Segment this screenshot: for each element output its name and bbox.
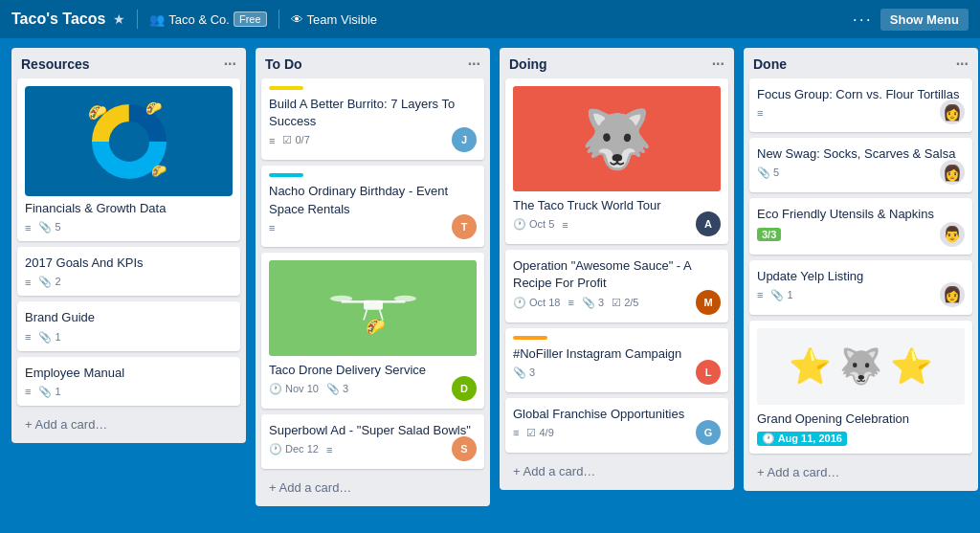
column-header-done: Done ··· — [744, 48, 978, 78]
avatar-franchise: G — [696, 420, 721, 445]
card-title-yelp: Update Yelp Listing — [757, 268, 965, 285]
card-brand[interactable]: Brand Guide ≡ 📎 1 — [17, 301, 240, 350]
financials-image: 🌮 🌮 🌮 — [25, 86, 233, 196]
column-done: Done ··· Focus Group: Corn vs. Flour Tor… — [744, 48, 978, 491]
check-sauce: ☑ 2/5 — [612, 297, 638, 309]
card-meta-drone: 🕐 Nov 10 📎 3 — [269, 383, 477, 395]
card-franchise[interactable]: Global Franchise Opportunities ≡ ☑ 4/9 G — [505, 398, 728, 453]
column-menu-done[interactable]: ··· — [956, 56, 969, 73]
lines-icon2: ≡ — [25, 277, 31, 288]
card-meta-franchise: ≡ ☑ 4/9 — [513, 427, 721, 439]
free-badge: Free — [234, 11, 267, 27]
badge-eco: 3/3 — [757, 228, 781, 241]
avatar-superbowl: S — [452, 436, 477, 461]
card-awesome-sauce[interactable]: Operation "Awesome Sauce" - A Recipe For… — [505, 250, 728, 322]
card-burrito[interactable]: Build A Better Burrito: 7 Layers To Succ… — [261, 78, 484, 160]
avatar-drone: D — [452, 376, 477, 401]
card-grand-opening[interactable]: ⭐ 🐺 ⭐ Grand Opening Celebration 🕐 Aug 11… — [749, 321, 972, 454]
column-body-done: Focus Group: Corn vs. Flour Tortillas ≡ … — [744, 78, 978, 491]
svg-point-3 — [110, 122, 148, 161]
card-title-drone: Taco Drone Delivery Service — [269, 362, 477, 379]
column-header-todo: To Do ··· — [256, 48, 490, 78]
column-resources: Resources ··· 🌮 🌮 🌮 — [11, 48, 246, 443]
column-header-resources: Resources ··· — [11, 48, 246, 78]
svg-point-10 — [330, 295, 352, 301]
star-icon[interactable]: ★ — [113, 11, 125, 27]
lines-icon3: ≡ — [25, 331, 31, 343]
avatar-eco: 👨 — [940, 222, 965, 247]
lines-icon4: ≡ — [25, 386, 31, 397]
card-meta-brand: ≡ 📎 1 — [25, 331, 233, 344]
lines-icon: ≡ — [25, 222, 31, 233]
board-title[interactable]: Taco's Tacos — [11, 11, 105, 28]
lines-sauce: ≡ — [568, 297, 573, 308]
card-new-swag[interactable]: New Swag: Socks, Scarves & Salsa 📎 5 👩 — [749, 138, 972, 192]
card-financials[interactable]: 🌮 🌮 🌮 Financials & Growth Data ≡ 📎 5 — [17, 78, 240, 241]
check-franchise: ☑ 4/9 — [526, 427, 553, 439]
card-title-focus-group: Focus Group: Corn vs. Flour Tortillas — [757, 86, 965, 103]
card-meta-employee: ≡ 📎 1 — [25, 386, 233, 398]
more-dots[interactable]: ··· — [853, 10, 873, 30]
avatar-sauce: M — [696, 290, 721, 315]
lines-focus: ≡ — [757, 107, 763, 119]
column-menu-todo[interactable]: ··· — [468, 56, 480, 73]
card-meta-focus-group: ≡ — [757, 107, 965, 119]
card-meta-goals: ≡ 📎 2 — [25, 276, 233, 288]
card-meta-yelp: ≡ 📎 1 — [757, 289, 965, 301]
column-menu-doing[interactable]: ··· — [712, 56, 724, 73]
label-orange — [513, 336, 547, 340]
card-eco[interactable]: Eco Friendly Utensils & Napkins 3/3 👨 — [749, 198, 972, 254]
header-divider2 — [278, 10, 279, 29]
card-nacho[interactable]: Nacho Ordinary Birthday - Event Space Re… — [261, 166, 484, 246]
card-title-awesome-sauce: Operation "Awesome Sauce" - A Recipe For… — [513, 257, 721, 292]
org-icon: 👥 — [149, 12, 165, 27]
card-title-franchise: Global Franchise Opportunities — [513, 406, 721, 423]
card-meta-eco: 3/3 — [757, 228, 965, 241]
card-goals[interactable]: 2017 Goals And KPIs ≡ 📎 2 — [17, 247, 240, 296]
card-meta-grand-opening: 🕐 Aug 11, 2016 — [757, 432, 965, 446]
attach-yelp: 📎 1 — [770, 289, 792, 301]
card-meta-new-swag: 📎 5 — [757, 167, 965, 179]
card-meta-instagram: 📎 3 — [513, 366, 721, 379]
card-taco-truck[interactable]: 🐺 The Taco Truck World Tour 🕐 Oct 5 ≡ A — [505, 78, 728, 244]
add-card-todo[interactable]: + Add a card… — [261, 475, 484, 500]
attachment-count-brand: 📎 1 — [38, 331, 60, 344]
drone-image: 🌮 — [269, 260, 477, 356]
card-yelp[interactable]: Update Yelp Listing ≡ 📎 1 👩 — [749, 260, 972, 315]
card-title-eco: Eco Friendly Utensils & Napkins — [757, 206, 965, 223]
add-card-done[interactable]: + Add a card… — [749, 459, 972, 485]
card-title-employee: Employee Manual — [25, 365, 233, 382]
column-menu-resources[interactable]: ··· — [224, 56, 236, 73]
add-card-resources[interactable]: + Add a card… — [17, 411, 240, 437]
show-menu-button[interactable]: Show Menu — [880, 9, 969, 31]
clock-superbowl: 🕐 Dec 12 — [269, 443, 319, 455]
card-drone[interactable]: 🌮 Taco Drone Delivery Service 🕐 Nov 10 📎… — [261, 253, 484, 409]
card-meta-taco-truck: 🕐 Oct 5 ≡ — [513, 218, 721, 231]
column-doing: Doing ··· 🐺 The Taco Truck World Tour 🕐 … — [500, 48, 734, 490]
card-employee[interactable]: Employee Manual ≡ 📎 1 — [17, 357, 240, 406]
org-switcher[interactable]: 👥 Taco & Co. Free — [149, 11, 266, 27]
card-meta-financials: ≡ 📎 5 — [25, 221, 233, 233]
attachment-count-financials: 📎 5 — [38, 221, 60, 233]
column-body-todo: Build A Better Burrito: 7 Layers To Succ… — [256, 78, 490, 506]
card-meta-awesome-sauce: 🕐 Oct 18 ≡ 📎 3 ☑ 2/5 — [513, 297, 721, 309]
team-visibility[interactable]: 👁 Team Visible — [291, 12, 377, 27]
clock-taco-truck: 🕐 Oct 5 — [513, 218, 554, 231]
lines-icon-burrito: ≡ — [269, 135, 275, 146]
card-title-grand-opening: Grand Opening Celebration — [757, 411, 965, 428]
attach-swag: 📎 5 — [757, 167, 779, 179]
card-title-superbowl: Superbowl Ad - "Super Salad Bowls" — [269, 422, 477, 439]
taco-truck-image: 🐺 — [513, 86, 721, 191]
card-title-financials: Financials & Growth Data — [25, 200, 233, 217]
avatar-instagram: L — [696, 360, 721, 385]
svg-text:🌮: 🌮 — [151, 163, 167, 179]
card-superbowl[interactable]: Superbowl Ad - "Super Salad Bowls" 🕐 Dec… — [261, 414, 484, 469]
card-instagram[interactable]: #NoFiller Instagram Campaign 📎 3 L — [505, 328, 728, 392]
attachment-count-employee: 📎 1 — [38, 386, 60, 398]
attach-instagram: 📎 3 — [513, 366, 535, 379]
avatar-new-swag: 👩 — [940, 160, 965, 185]
card-focus-group[interactable]: Focus Group: Corn vs. Flour Tortillas ≡ … — [749, 78, 972, 132]
avatar-burrito: J — [452, 127, 477, 152]
add-card-doing[interactable]: + Add a card… — [505, 458, 728, 484]
check-burrito: ☑ 0/7 — [282, 134, 309, 146]
